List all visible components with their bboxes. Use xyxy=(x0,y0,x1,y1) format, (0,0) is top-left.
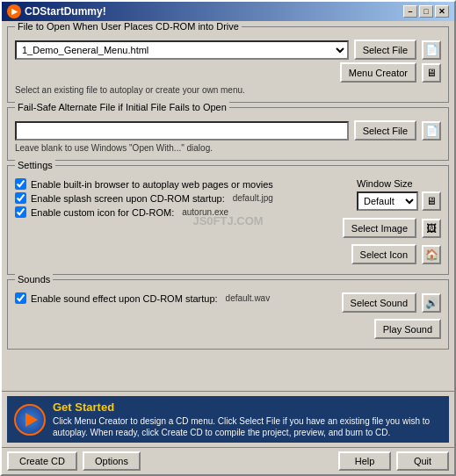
select-file-icon-1[interactable]: 📄 xyxy=(422,40,441,60)
window-size-row: Default640x480800x6001024x768 🖥 xyxy=(357,191,441,211)
cb3-checkbox[interactable] xyxy=(15,206,26,218)
select-image-button[interactable]: Select Image xyxy=(343,218,416,238)
create-cd-button[interactable]: Create CD xyxy=(7,451,77,471)
file-dropdown[interactable]: 1_Demo_General_Menu.html xyxy=(15,40,349,60)
main-window: ▶ CDStartDummy! – □ ✕ File to Open When … xyxy=(0,0,456,476)
titlebar-controls: – □ ✕ xyxy=(403,5,449,18)
sounds-group: Sounds Enable sound effect upon CD-ROM s… xyxy=(7,279,449,350)
minimize-button[interactable]: – xyxy=(403,5,417,18)
file-row: 1_Demo_General_Menu.html Select File 📄 xyxy=(15,40,441,60)
cb1-checkbox[interactable] xyxy=(15,178,26,190)
help-button[interactable]: Help xyxy=(338,451,391,471)
select-sound-row: Select Sound 🔊 xyxy=(342,292,441,313)
cb3-label: Enable custom icon for CD-ROM: xyxy=(31,207,174,218)
cb2-label: Enable splash screen upon CD-ROM startup… xyxy=(31,193,225,204)
file-group-title: File to Open When User Places CD-ROM int… xyxy=(15,21,242,32)
play-triangle-icon xyxy=(25,413,38,427)
main-content: File to Open When User Places CD-ROM int… xyxy=(2,21,454,391)
get-started-text: Get Started Click Menu Creator to design… xyxy=(53,400,442,438)
get-started-box: Get Started Click Menu Creator to design… xyxy=(7,396,449,443)
select-icon-icon[interactable]: 🏠 xyxy=(422,245,441,264)
failsafe-input[interactable] xyxy=(15,121,349,141)
get-started-icon xyxy=(14,404,46,436)
select-file-button-2[interactable]: Select File xyxy=(354,120,416,141)
get-started-title: Get Started xyxy=(53,400,442,414)
select-sound-icon[interactable]: 🔊 xyxy=(422,293,441,313)
cb3-row: Enable custom icon for CD-ROM: autorun.e… xyxy=(15,206,330,218)
select-file-icon-2[interactable]: 📄 xyxy=(422,121,441,141)
failsafe-group-title: Fail-Safe Alternate File if Initial File… xyxy=(15,102,229,112)
settings-area: Enable built-in browser to autoplay web … xyxy=(15,178,441,267)
close-button[interactable]: ✕ xyxy=(435,5,449,18)
play-sound-row: Play Sound xyxy=(374,319,441,339)
cb2-row: Enable splash screen upon CD-ROM startup… xyxy=(15,192,330,204)
settings-group-title: Settings xyxy=(15,160,55,170)
settings-group: Settings Enable built-in browser to auto… xyxy=(7,165,449,275)
select-image-row: Select Image 🖼 xyxy=(343,218,441,238)
options-button[interactable]: Options xyxy=(83,451,141,471)
sound-cb-row: Enable sound effect upon CD-ROM startup:… xyxy=(15,292,337,304)
play-sound-button[interactable]: Play Sound xyxy=(374,319,441,339)
cb1-label: Enable built-in browser to autoplay web … xyxy=(31,179,273,190)
cb3-value: autorun.exe xyxy=(182,207,228,217)
cb2-value: default.jpg xyxy=(233,193,273,203)
select-sound-button[interactable]: Select Sound xyxy=(342,292,416,313)
cb2-checkbox[interactable] xyxy=(15,192,26,204)
sound-value: default.wav xyxy=(226,293,271,303)
window-size-group: Window Size Default640x480800x6001024x76… xyxy=(357,178,441,211)
sounds-right: Select Sound 🔊 Play Sound xyxy=(342,292,441,342)
window-title: CDStartDummy! xyxy=(25,5,106,18)
window-size-select[interactable]: Default640x480800x6001024x768 xyxy=(357,191,418,211)
quit-button[interactable]: Quit xyxy=(396,451,449,471)
select-file-button-1[interactable]: Select File xyxy=(354,40,416,60)
sound-checkbox[interactable] xyxy=(15,292,26,304)
window-size-label: Window Size xyxy=(357,178,413,189)
sounds-area: Enable sound effect upon CD-ROM startup:… xyxy=(15,292,441,342)
get-started-description: Click Menu Creator to design a CD menu. … xyxy=(53,415,442,438)
titlebar-left: ▶ CDStartDummy! xyxy=(7,4,106,18)
sounds-left: Enable sound effect upon CD-ROM startup:… xyxy=(15,292,337,307)
select-image-icon[interactable]: 🖼 xyxy=(422,219,441,238)
file-group: File to Open When User Places CD-ROM int… xyxy=(7,26,449,103)
settings-left: Enable built-in browser to autoplay web … xyxy=(15,178,330,267)
maximize-button[interactable]: □ xyxy=(419,5,433,18)
settings-right: Window Size Default640x480800x6001024x76… xyxy=(336,178,441,267)
footer-bar: Create CD Options Help Quit xyxy=(2,447,454,474)
menu-creator-icon[interactable]: 🖥 xyxy=(422,63,441,83)
window-size-icon[interactable]: 🖥 xyxy=(422,191,441,211)
menu-creator-button[interactable]: Menu Creator xyxy=(340,62,416,83)
sound-cb-label: Enable sound effect upon CD-ROM startup: xyxy=(31,293,218,304)
titlebar: ▶ CDStartDummy! – □ ✕ xyxy=(2,2,454,21)
app-icon: ▶ xyxy=(7,4,21,18)
get-started-bar: Get Started Click Menu Creator to design… xyxy=(2,391,454,447)
sounds-group-title: Sounds xyxy=(15,274,53,285)
failsafe-group: Fail-Safe Alternate File if Initial File… xyxy=(7,107,449,161)
failsafe-row: Select File 📄 xyxy=(15,120,441,141)
select-icon-row: Select Icon 🏠 xyxy=(351,244,441,264)
file-sublabel: Select an existing file to autoplay or c… xyxy=(15,85,441,95)
cb1-row: Enable built-in browser to autoplay web … xyxy=(15,178,330,190)
select-icon-button[interactable]: Select Icon xyxy=(351,244,416,264)
failsafe-sublabel: Leave blank to use Windows "Open With...… xyxy=(15,143,441,153)
menu-creator-row: Menu Creator 🖥 xyxy=(15,62,441,83)
